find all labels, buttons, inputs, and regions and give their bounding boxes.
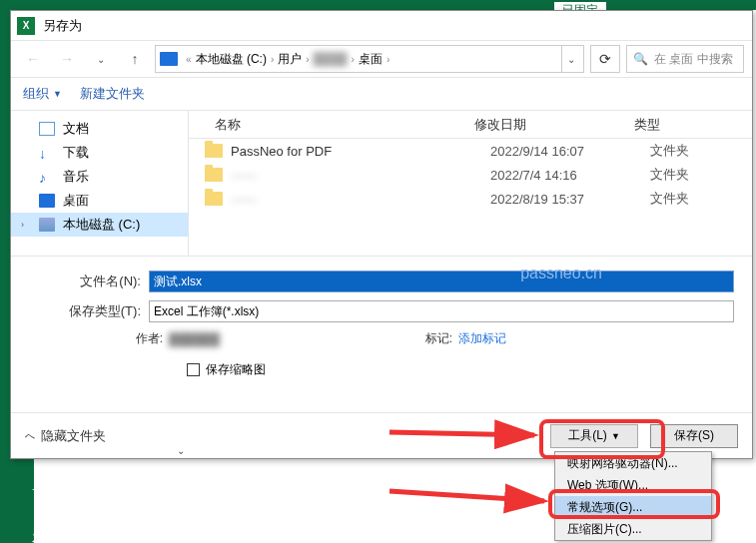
music-icon: ♪	[39, 170, 55, 184]
cell-name: PassNeo for PDF	[231, 144, 490, 159]
cell-date: 2022/7/4 14:16	[490, 168, 650, 183]
save-thumbnail-label: 保存缩略图	[206, 361, 266, 378]
pc-icon	[160, 52, 178, 66]
cell-type: 文件夹	[650, 190, 752, 208]
folder-icon	[205, 168, 223, 182]
author-label: 作者:	[29, 330, 169, 347]
refresh-button[interactable]: ⟳	[590, 45, 620, 73]
tag-value[interactable]: 添加标记	[458, 330, 506, 347]
backstage-publish[interactable]: 发布	[32, 529, 60, 543]
nav-bar: ← → ⌄ ↑ « 本地磁盘 (C:) › 用户 › ████ › 桌面 › ⌄…	[11, 41, 752, 77]
chevron-down-icon: ▼	[611, 431, 620, 441]
nav-back-button[interactable]: ←	[19, 45, 47, 73]
chevron-right-icon: ›	[386, 54, 389, 65]
sidebar: 文档 ↓ 下载 ♪ 音乐 桌面 › 本地磁盘 (C:) ⌄	[11, 111, 189, 256]
organize-button[interactable]: 组织▼	[23, 85, 62, 103]
chevron-left-icon: «	[186, 54, 192, 65]
dropdown-item-map-drive[interactable]: 映射网络驱动器(N)...	[555, 452, 711, 474]
titlebar: X 另存为	[11, 11, 752, 41]
app-topbar-bg	[0, 0, 756, 10]
cell-date: 2022/9/14 16:07	[490, 144, 650, 159]
table-row[interactable]: PassNeo for PDF 2022/9/14 16:07 文件夹	[189, 139, 752, 163]
sidebar-item-music[interactable]: ♪ 音乐	[11, 165, 188, 189]
save-thumbnail-checkbox[interactable]: 保存缩略图	[187, 361, 734, 378]
table-row[interactable]: —— 2022/7/4 14:16 文件夹	[189, 163, 752, 187]
sidebar-item-local-disk[interactable]: › 本地磁盘 (C:)	[11, 213, 188, 237]
cell-date: 2022/8/19 15:37	[490, 192, 650, 207]
excel-icon: X	[17, 17, 35, 35]
sidebar-item-label: 下载	[63, 144, 89, 162]
table-row[interactable]: —— 2022/8/19 15:37 文件夹	[189, 187, 752, 211]
disk-icon	[39, 218, 55, 232]
file-list-header: 名称 修改日期 类型	[189, 111, 752, 139]
sidebar-item-label: 文档	[63, 120, 89, 138]
cell-type: 文件夹	[650, 166, 752, 184]
search-placeholder: 在 桌面 中搜索	[654, 51, 733, 68]
savetype-select[interactable]: Excel 工作簿(*.xlsx)	[149, 300, 734, 322]
file-list: 名称 修改日期 类型 PassNeo for PDF 2022/9/14 16:…	[189, 111, 752, 256]
sidebar-item-label: 音乐	[63, 168, 89, 186]
column-type[interactable]: 类型	[634, 116, 752, 134]
author-value[interactable]: ██████	[169, 332, 349, 346]
breadcrumb-dropdown-icon[interactable]: ⌄	[561, 46, 579, 72]
document-icon	[39, 122, 55, 136]
folder-icon	[205, 144, 223, 158]
sidebar-item-label: 本地磁盘 (C:)	[63, 216, 140, 234]
dialog-title: 另存为	[43, 17, 82, 35]
breadcrumb[interactable]: « 本地磁盘 (C:) › 用户 › ████ › 桌面 › ⌄	[155, 45, 584, 73]
tools-dropdown: 映射网络驱动器(N)... Web 选项(W)... 常规选项(G)... 压缩…	[554, 451, 712, 541]
dropdown-item-general-options[interactable]: 常规选项(G)...	[555, 496, 711, 518]
cell-type: 文件夹	[650, 142, 752, 160]
crumb-user-hidden[interactable]: ████	[314, 52, 348, 66]
download-icon: ↓	[39, 146, 55, 160]
cell-name: ——	[231, 192, 490, 207]
sidebar-item-documents[interactable]: 文档	[11, 117, 188, 141]
chevron-right-icon: ›	[306, 54, 309, 65]
desktop-icon	[39, 194, 55, 208]
watermark: passneo.cn	[520, 265, 602, 282]
crumb-desktop[interactable]: 桌面	[359, 51, 382, 68]
filename-label: 文件名(N):	[29, 272, 149, 290]
column-name[interactable]: 名称	[189, 116, 474, 134]
chevron-right-icon: ›	[352, 54, 355, 65]
sidebar-item-desktop[interactable]: 桌面	[11, 189, 188, 213]
nav-up-button[interactable]: ↑	[121, 45, 149, 73]
svg-line-1	[389, 491, 544, 501]
dropdown-item-web-options[interactable]: Web 选项(W)...	[555, 474, 711, 496]
sidebar-item-downloads[interactable]: ↓ 下载	[11, 141, 188, 165]
chevron-up-icon: へ	[25, 429, 35, 443]
new-folder-button[interactable]: 新建文件夹	[80, 85, 145, 103]
cell-name: ——	[231, 168, 490, 183]
nav-forward-button[interactable]: →	[53, 45, 81, 73]
expand-icon[interactable]: ›	[21, 220, 24, 230]
nav-history-button[interactable]: ⌄	[87, 45, 115, 73]
savetype-label: 保存类型(T):	[29, 302, 149, 320]
tag-label: 标记:	[349, 330, 458, 347]
crumb-disk[interactable]: 本地磁盘 (C:)	[196, 51, 267, 68]
toolbar: 组织▼ 新建文件夹	[11, 77, 752, 111]
backstage-export[interactable]: 导出	[32, 479, 60, 497]
column-date[interactable]: 修改日期	[474, 116, 634, 134]
checkbox-icon	[187, 363, 200, 376]
crumb-users[interactable]: 用户	[278, 51, 302, 68]
folder-icon	[205, 192, 223, 206]
search-input[interactable]: 🔍 在 桌面 中搜索	[626, 45, 744, 73]
dropdown-item-compress-pictures[interactable]: 压缩图片(C)...	[555, 518, 711, 540]
body-area: 文档 ↓ 下载 ♪ 音乐 桌面 › 本地磁盘 (C:) ⌄ 名	[11, 111, 752, 256]
tools-button[interactable]: 工具(L)▼	[550, 424, 638, 448]
save-as-dialog: X 另存为 ← → ⌄ ↑ « 本地磁盘 (C:) › 用户 › ████ › …	[10, 10, 753, 459]
filename-input[interactable]	[149, 271, 734, 292]
chevron-right-icon: ›	[271, 54, 274, 65]
hide-folders-button[interactable]: へ 隐藏文件夹	[25, 427, 106, 445]
save-button[interactable]: 保存(S)	[650, 424, 738, 448]
form-area: passneo.cn 文件名(N): 保存类型(T): Excel 工作簿(*.…	[11, 256, 752, 386]
sidebar-item-label: 桌面	[63, 192, 89, 210]
search-icon: 🔍	[633, 52, 648, 66]
annotation-arrow	[389, 479, 559, 513]
